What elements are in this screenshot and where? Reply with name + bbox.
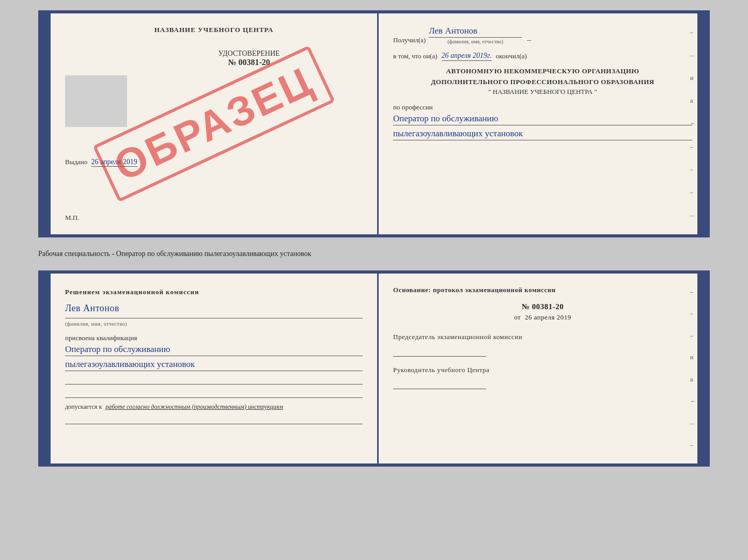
допуск-text: работе согласно должностным (производств… [105, 403, 283, 410]
bottom-spine-right [697, 274, 707, 463]
profession-line2: пылегазоулавливающих установок [393, 129, 692, 140]
decision-name: Лев Антонов [65, 300, 363, 318]
head-signature: Руководитель учебного Центра [393, 365, 692, 390]
training-center-title: НАЗВАНИЕ УЧЕБНОГО ЦЕНТРА [65, 26, 363, 34]
top-left-page: НАЗВАНИЕ УЧЕБНОГО ЦЕНТРА УДОСТОВЕРЕНИЕ №… [51, 13, 379, 234]
top-right-page: Получил(а) Лев Антонов (фамилия, имя, от… [379, 13, 707, 234]
bottom-fio-sub: (фамилия, имя, отчество) [65, 319, 363, 329]
in-that-label: в том, что он(а) [393, 52, 438, 60]
org-name: " НАЗВАНИЕ УЧЕБНОГО ЦЕНТРА " [393, 88, 692, 96]
b-dash7: – [690, 420, 696, 427]
bottom-spine-left [41, 274, 51, 463]
basis-title: Основание: протокол экзаменационной коми… [393, 286, 556, 294]
dash7: – [690, 166, 696, 173]
recipient-line: Получил(а) Лев Антонов (фамилия, имя, от… [393, 26, 692, 44]
date-value: 26 апреля 2019г. [442, 52, 492, 61]
book-spine-right [697, 13, 707, 234]
org-line1: АВТОНОМНУЮ НЕКОММЕРЧЕСКУЮ ОРГАНИЗАЦИЮ [393, 66, 692, 77]
basis-block: Основание: протокол экзаменационной коми… [393, 286, 692, 389]
decision-block: Решением экзаменационной комиссии Лев Ан… [65, 286, 363, 329]
head-label: Руководитель учебного Центра [393, 365, 692, 375]
book-spine-left [41, 13, 51, 234]
chairman-signature: Председатель экзаменационной комиссии [393, 332, 692, 357]
head-sig-line [393, 379, 486, 389]
empty-line1 [65, 375, 363, 385]
qualification-line1: Оператор по обслуживанию [65, 344, 363, 356]
date-prefix: от [514, 313, 521, 321]
received-label: Получил(а) [393, 36, 426, 44]
issued-line: Выдано 26 апреля 2019 [65, 158, 363, 166]
mp-label: М.П. [65, 214, 79, 222]
middle-label: Рабочая специальность - Оператор по обсл… [38, 246, 710, 262]
chairman-label: Председатель экзаменационной комиссии [393, 332, 692, 342]
issued-label: Выдано [65, 158, 87, 166]
empty-line3 [65, 415, 363, 424]
допуск-label: допускается к [65, 403, 102, 410]
cert-number-area: УДОСТОВЕРЕНИЕ № 00381-20 [135, 50, 363, 67]
decision-title: Решением экзаменационной комиссии [65, 286, 363, 298]
chairman-sig-line [393, 346, 486, 357]
organization-block: АВТОНОМНУЮ НЕКОММЕРЧЕСКУЮ ОРГАНИЗАЦИЮ ДО… [393, 66, 692, 96]
recipient-name: Лев Антонов [429, 26, 522, 38]
org-line2: ДОПОЛНИТЕЛЬНОГО ПРОФЕССИОНАЛЬНОГО ОБРАЗО… [393, 77, 692, 88]
bottom-certificate-book: Решением экзаменационной комиссии Лев Ан… [38, 270, 710, 467]
bottom-left-page: Решением экзаменационной комиссии Лев Ан… [51, 274, 379, 463]
bottom-right-page: Основание: протокол экзаменационной коми… [379, 274, 707, 463]
protocol-date-value: 26 апреля 2019 [525, 313, 571, 321]
b-dash6: ← [690, 397, 696, 405]
photo-placeholder [65, 75, 127, 127]
qualification-label: присвоена квалификация [65, 334, 363, 342]
finished-label: окончил(а) [496, 52, 527, 60]
b-dash8: – [690, 441, 696, 449]
top-certificate-book: НАЗВАНИЕ УЧЕБНОГО ЦЕНТРА УДОСТОВЕРЕНИЕ №… [38, 10, 710, 237]
dash8: – [690, 188, 696, 196]
fio-sublabel: (фамилия, имя, отчество) [429, 39, 522, 44]
profession-line1: Оператор по обслуживанию [393, 114, 692, 125]
qualification-line2: пылегазоулавливающих установок [65, 359, 363, 371]
dash9: – [690, 212, 696, 219]
cert-number: № 00381-20 [228, 58, 270, 67]
protocol-number: № 00381-20 [393, 302, 692, 311]
protocol-date: от 26 апреля 2019 [393, 313, 692, 322]
date-line: в том, что он(а) 26 апреля 2019г. окончи… [393, 52, 692, 61]
cert-label: УДОСТОВЕРЕНИЕ [135, 50, 363, 58]
issued-date: 26 апреля 2019 [91, 158, 137, 167]
empty-line2 [65, 389, 363, 398]
dash6: – [690, 143, 696, 151]
profession-label: по профессии [393, 103, 692, 111]
допуск-line: допускается к работе согласно должностны… [65, 403, 363, 411]
